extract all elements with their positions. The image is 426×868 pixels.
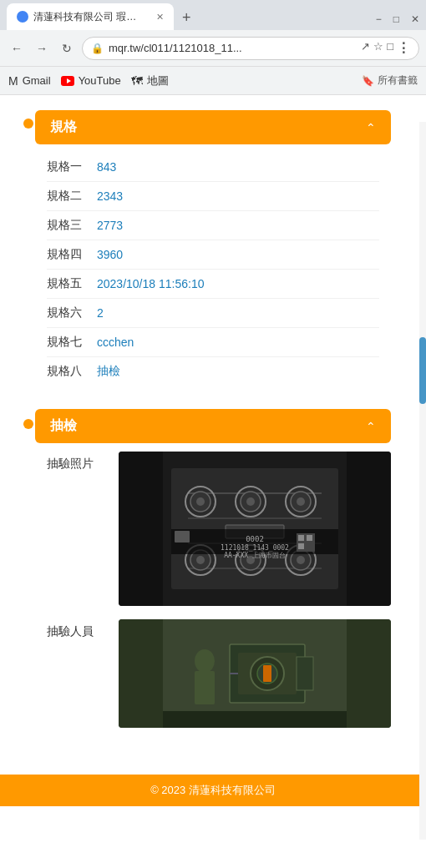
svg-rect-43 xyxy=(195,671,215,704)
svg-text:AA-XXX  上海市固台: AA-XXX 上海市固台 xyxy=(224,552,286,559)
all-bookmarks-label: 所有書籤 xyxy=(378,73,418,88)
spec-label-6: 規格六 xyxy=(47,305,97,320)
svg-point-0 xyxy=(18,13,27,21)
gmail-label: Gmail xyxy=(23,74,51,87)
photo-label: 抽驗照片 xyxy=(47,452,105,472)
scrollbar-thumb[interactable] xyxy=(419,337,426,404)
svg-text:1121018_1143_0002: 1121018_1143_0002 xyxy=(221,544,289,552)
tab-close-button[interactable]: ✕ xyxy=(156,12,164,23)
person-label: 抽驗人員 xyxy=(47,619,105,639)
maps-label: 地圖 xyxy=(147,73,169,88)
address-actions: ↗ ☆ □ ⋮ xyxy=(361,40,410,56)
specs-section: 規格 ⌃ 規格一 843 規格二 2343 規格三 2773 規格四 3960 … xyxy=(0,95,426,402)
tab-bar: 清蓮科技有限公司 瑕疵服查 ✕ + − □ ✕ xyxy=(0,0,426,30)
bookmark-gmail[interactable]: M Gmail xyxy=(8,74,51,88)
spec-label-7: 規格七 xyxy=(47,335,97,350)
inspection-timeline-dot xyxy=(23,419,33,429)
svg-rect-33 xyxy=(298,543,304,549)
spec-row-8: 規格八 抽檢 xyxy=(47,357,379,386)
spec-row-3: 規格三 2773 xyxy=(47,211,379,240)
gmail-icon: M xyxy=(8,74,18,88)
spec-label-5: 規格五 xyxy=(47,276,97,291)
spec-row-4: 規格四 3960 xyxy=(47,240,379,270)
menu-icon[interactable]: ⋮ xyxy=(397,40,410,56)
svg-text:0002: 0002 xyxy=(246,535,264,543)
inspection-content: 抽驗照片 xyxy=(47,452,391,728)
specs-header[interactable]: 規格 ⌃ xyxy=(35,110,391,144)
extension-icon[interactable]: □ xyxy=(387,40,393,56)
youtube-icon xyxy=(61,76,74,86)
spec-row-7: 規格七 ccchen xyxy=(47,328,379,357)
maps-icon: 🗺 xyxy=(131,74,143,88)
page-footer: © 2023 清蓮科技有限公司 xyxy=(0,775,426,806)
scrollbar-track xyxy=(419,122,426,840)
lock-icon: 🔒 xyxy=(91,43,104,54)
svg-marker-1 xyxy=(67,78,71,83)
spec-value-4: 3960 xyxy=(97,248,123,261)
specs-chevron-icon: ⌃ xyxy=(366,121,376,134)
svg-point-19 xyxy=(196,556,205,564)
spec-value-1: 843 xyxy=(97,160,116,174)
inspection-title: 抽檢 xyxy=(50,417,77,435)
svg-rect-32 xyxy=(298,535,304,541)
spec-label-4: 規格四 xyxy=(47,247,97,262)
spec-row-5: 規格五 2023/10/18 11:56:10 xyxy=(47,270,379,299)
svg-point-16 xyxy=(297,497,305,506)
inspection-section: 抽檢 ⌃ 抽驗照片 xyxy=(0,409,426,728)
specs-timeline-dot xyxy=(23,119,33,129)
svg-point-42 xyxy=(195,649,215,673)
spec-row-2: 規格二 2343 xyxy=(47,182,379,211)
inspection-person-image xyxy=(119,619,391,728)
specs-table: 規格一 843 規格二 2343 規格三 2773 規格四 3960 規格五 2… xyxy=(47,153,379,386)
svg-point-13 xyxy=(246,497,255,506)
active-tab[interactable]: 清蓮科技有限公司 瑕疵服查 ✕ xyxy=(7,3,174,30)
tab-title: 清蓮科技有限公司 瑕疵服查 xyxy=(33,10,146,24)
share-icon[interactable]: ↗ xyxy=(361,40,370,56)
tab-favicon xyxy=(17,11,28,23)
svg-rect-35 xyxy=(175,531,190,542)
spec-value-2: 2343 xyxy=(97,189,123,203)
back-button[interactable]: ← xyxy=(7,38,27,58)
spec-row-6: 規格六 2 xyxy=(47,299,379,328)
address-bar: ← → ↻ 🔒 mqr.tw/cl011/1121018_11... ↗ ☆ □… xyxy=(0,30,426,67)
minimize-icon[interactable]: − xyxy=(376,13,382,25)
star-icon[interactable]: ☆ xyxy=(373,40,383,56)
bookmarks-bar: M Gmail YouTube 🗺 地圖 🔖 所有書籤 xyxy=(0,67,426,95)
window-controls: − □ ✕ xyxy=(376,13,419,30)
spec-row-1: 規格一 843 xyxy=(47,153,379,182)
inspection-person-row: 抽驗人員 xyxy=(47,619,391,728)
inspection-chevron-icon: ⌃ xyxy=(366,420,376,433)
svg-rect-34 xyxy=(307,535,312,541)
footer-text: © 2023 清蓮科技有限公司 xyxy=(150,784,276,796)
spec-label-1: 規格一 xyxy=(47,159,97,174)
spec-value-5: 2023/10/18 11:56:10 xyxy=(97,277,204,290)
all-bookmarks-button[interactable]: 🔖 所有書籤 xyxy=(362,73,418,88)
spec-value-8: 抽檢 xyxy=(97,364,120,379)
address-input[interactable]: 🔒 mqr.tw/cl011/1121018_11... ↗ ☆ □ ⋮ xyxy=(82,37,419,60)
svg-point-25 xyxy=(297,556,305,564)
bookmark-maps[interactable]: 🗺 地圖 xyxy=(131,73,169,88)
svg-rect-48 xyxy=(163,711,347,728)
inspection-photo-image: 0002 1121018_1143_0002 AA-XXX 上海市固台 xyxy=(119,452,391,606)
inspection-header[interactable]: 抽檢 ⌃ xyxy=(35,409,391,443)
spec-label-2: 規格二 xyxy=(47,189,97,204)
spec-value-7: ccchen xyxy=(97,336,134,349)
spec-label-8: 規格八 xyxy=(47,364,97,379)
spec-value-6: 2 xyxy=(97,306,104,320)
spec-label-3: 規格三 xyxy=(47,218,97,233)
youtube-label: YouTube xyxy=(79,74,121,87)
svg-rect-47 xyxy=(297,657,313,690)
svg-rect-44 xyxy=(263,665,271,682)
new-tab-button[interactable]: + xyxy=(174,5,200,30)
address-text: mqr.tw/cl011/1121018_11... xyxy=(109,42,356,54)
close-icon[interactable]: ✕ xyxy=(411,13,419,25)
bookmarks-folder-icon: 🔖 xyxy=(362,75,374,87)
restore-icon[interactable]: □ xyxy=(393,13,399,25)
bookmark-youtube[interactable]: YouTube xyxy=(61,74,121,87)
reload-button[interactable]: ↻ xyxy=(57,38,77,58)
forward-button[interactable]: → xyxy=(32,38,52,58)
inspection-photo-row: 抽驗照片 xyxy=(47,452,391,606)
specs-title: 規格 xyxy=(50,119,77,136)
svg-point-10 xyxy=(196,497,205,506)
spec-value-3: 2773 xyxy=(97,219,123,232)
